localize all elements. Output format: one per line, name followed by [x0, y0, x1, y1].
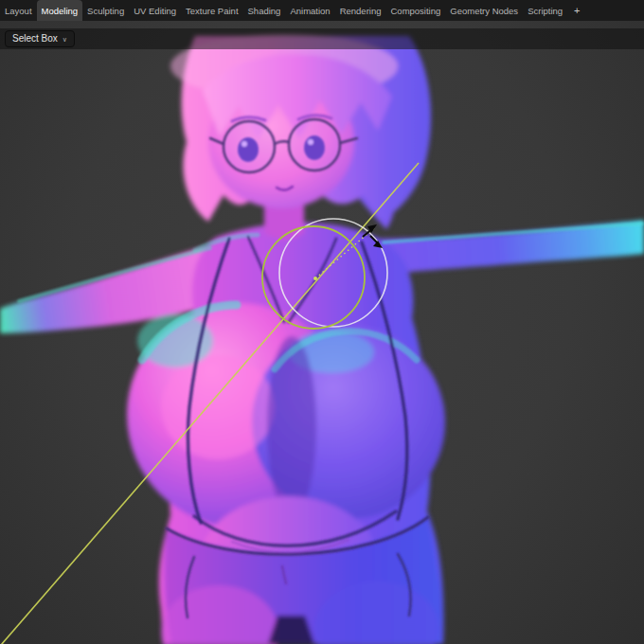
active-tool-dropdown[interactable]: Select Box ∨ [5, 30, 75, 47]
tab-shading[interactable]: Shading [243, 0, 286, 21]
viewport-header: Select Box ∨ [0, 28, 644, 49]
tab-scripting[interactable]: Scripting [523, 0, 567, 21]
tab-uv-editing[interactable]: UV Editing [129, 0, 181, 21]
tab-sculpting[interactable]: Sculpting [82, 0, 129, 21]
character-model[interactable] [0, 34, 644, 644]
tab-layout[interactable]: Layout [0, 0, 37, 21]
tab-texture-paint[interactable]: Texture Paint [181, 0, 242, 21]
eye-highlight-right [308, 139, 313, 145]
tab-rendering[interactable]: Rendering [335, 0, 386, 21]
chevron-down-icon: ∨ [63, 36, 67, 43]
cleavage-shadow [267, 336, 316, 516]
viewport-3d-canvas[interactable] [0, 0, 644, 644]
tab-animation[interactable]: Animation [285, 0, 334, 21]
tab-compositing[interactable]: Compositing [386, 0, 446, 21]
workspace-tab-bar: Layout Modeling Sculpting UV Editing Tex… [0, 0, 644, 21]
gizmo-origin-dot [313, 277, 317, 280]
eye-left [238, 137, 259, 162]
tab-geometry-nodes[interactable]: Geometry Nodes [445, 0, 523, 21]
chest-highlight-pink [161, 355, 275, 459]
tab-modeling[interactable]: Modeling [37, 0, 83, 21]
active-tool-label: Select Box [12, 33, 58, 45]
eye-highlight-left [242, 141, 247, 147]
eye-right [304, 135, 325, 160]
add-workspace-button[interactable]: + [567, 0, 586, 21]
